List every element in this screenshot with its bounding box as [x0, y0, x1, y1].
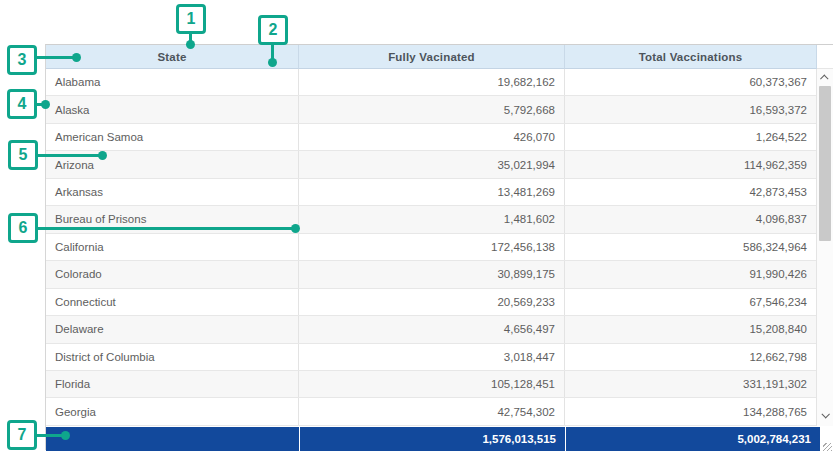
fully-vaccinated-cell: 4,656,497: [299, 316, 565, 342]
total-vaccinations-cell: 60,373,367: [565, 69, 817, 95]
table-row[interactable]: Arizona 35,021,994 114,962,359: [46, 151, 817, 178]
total-vaccinations-cell: 134,288,765: [565, 398, 817, 424]
callout-4-marker: 4: [7, 89, 37, 119]
state-cell: Florida: [46, 371, 299, 397]
fully-vaccinated-cell: 42,754,302: [299, 398, 565, 424]
table-header-row: State Fully Vacinated Total Vaccinations: [46, 45, 833, 69]
column-header-total-vaccinations[interactable]: Total Vaccinations: [565, 45, 817, 69]
column-header-state[interactable]: State: [46, 45, 299, 69]
total-vaccinations-cell: 91,990,426: [565, 261, 817, 287]
table-row[interactable]: Georgia 42,754,302 134,288,765: [46, 398, 817, 425]
state-cell: American Samoa: [46, 124, 299, 150]
callout-5-marker: 5: [8, 140, 38, 170]
state-cell: Arkansas: [46, 179, 299, 205]
total-vaccinations-cell: 4,096,837: [565, 206, 817, 232]
total-vaccinations-cell: 586,324,964: [565, 234, 817, 260]
callout-2-dot: [268, 58, 277, 67]
table-row[interactable]: Florida 105,128,451 331,191,302: [46, 371, 817, 398]
table-row[interactable]: Alabama 19,682,162 60,373,367: [46, 69, 817, 96]
state-cell: District of Columbia: [46, 344, 299, 370]
callout-1-marker: 1: [176, 4, 206, 34]
callout-3-connector: [35, 56, 75, 59]
table-row[interactable]: Arkansas 13,481,269 42,873,453: [46, 179, 817, 206]
total-vaccinations-cell: 12,662,798: [565, 344, 817, 370]
callout-6-marker: 6: [8, 213, 38, 243]
total-vaccinations-cell: 15,208,840: [565, 316, 817, 342]
callout-5-dot: [98, 151, 107, 160]
callout-6-label: 6: [19, 219, 28, 237]
total-vaccinations-cell: 1,264,522: [565, 124, 817, 150]
scroll-down-button[interactable]: [817, 408, 833, 422]
state-cell: Delaware: [46, 316, 299, 342]
totals-total-vaccinations-cell: 5,002,784,231: [566, 427, 820, 451]
fully-vaccinated-cell: 30,899,175: [299, 261, 565, 287]
callout-3-marker: 3: [7, 45, 37, 75]
table-row[interactable]: District of Columbia 3,018,447 12,662,79…: [46, 344, 817, 371]
table-row[interactable]: American Samoa 426,070 1,264,522: [46, 124, 817, 151]
fully-vaccinated-cell: 426,070: [299, 124, 565, 150]
fully-vaccinated-cell: 5,792,668: [299, 96, 565, 122]
state-cell: Alabama: [46, 69, 299, 95]
state-cell: Colorado: [46, 261, 299, 287]
total-vaccinations-cell: 114,962,359: [565, 151, 817, 177]
callout-4-dot: [41, 100, 50, 109]
fully-vaccinated-cell: 20,569,233: [299, 289, 565, 315]
callout-3-label: 3: [18, 51, 27, 69]
column-header-fully-vaccinated[interactable]: Fully Vacinated: [299, 45, 565, 69]
chevron-down-icon: [821, 410, 829, 418]
state-cell: Georgia: [46, 398, 299, 424]
callout-6-dot: [291, 224, 300, 233]
totals-state-cell: [46, 427, 299, 451]
total-vaccinations-cell: 67,546,234: [565, 289, 817, 315]
total-vaccinations-cell: 331,191,302: [565, 371, 817, 397]
scrollbar-thumb[interactable]: [819, 86, 831, 241]
fully-vaccinated-cell: 35,021,994: [299, 151, 565, 177]
callout-3-dot: [72, 53, 81, 62]
callout-6-connector: [36, 227, 293, 230]
total-vaccinations-cell: 16,593,372: [565, 96, 817, 122]
resize-grip-icon[interactable]: [823, 443, 832, 451]
totals-row: 1,576,013,515 5,002,784,231: [46, 426, 819, 451]
callout-4-label: 4: [18, 95, 27, 113]
vertical-scrollbar[interactable]: [816, 69, 833, 426]
callout-2-label: 2: [269, 21, 278, 39]
attribute-table: State Fully Vacinated Total Vaccinations…: [45, 44, 833, 450]
table-row[interactable]: Colorado 30,899,175 91,990,426: [46, 261, 817, 288]
fully-vaccinated-cell: 3,018,447: [299, 344, 565, 370]
fully-vaccinated-cell: 172,456,138: [299, 234, 565, 260]
callout-1-dot: [186, 40, 195, 49]
state-cell: California: [46, 234, 299, 260]
fully-vaccinated-cell: 13,481,269: [299, 179, 565, 205]
table-body: Alabama 19,682,162 60,373,367 Alaska 5,7…: [46, 69, 817, 426]
table-row[interactable]: Delaware 4,656,497 15,208,840: [46, 316, 817, 343]
state-cell: Alaska: [46, 96, 299, 122]
fully-vaccinated-cell: 19,682,162: [299, 69, 565, 95]
callout-2-marker: 2: [258, 15, 288, 45]
callout-7-connector: [35, 434, 64, 437]
callout-5-connector: [36, 154, 101, 157]
fully-vaccinated-cell: 1,481,602: [299, 206, 565, 232]
callout-7-marker: 7: [7, 420, 37, 450]
table-row[interactable]: California 172,456,138 586,324,964: [46, 234, 817, 261]
callout-7-label: 7: [18, 426, 27, 444]
attribute-table-page: State Fully Vacinated Total Vaccinations…: [0, 0, 833, 453]
table-row[interactable]: Connecticut 20,569,233 67,546,234: [46, 289, 817, 316]
callout-1-label: 1: [187, 10, 196, 28]
chevron-up-icon: [820, 74, 828, 82]
fully-vaccinated-cell: 105,128,451: [299, 371, 565, 397]
totals-fully-vaccinated-cell: 1,576,013,515: [300, 427, 565, 451]
scroll-up-button[interactable]: [817, 71, 833, 85]
callout-5-label: 5: [19, 146, 28, 164]
state-cell: Connecticut: [46, 289, 299, 315]
total-vaccinations-cell: 42,873,453: [565, 179, 817, 205]
callout-7-dot: [61, 431, 70, 440]
header-scrollbar-spacer: [817, 45, 833, 69]
table-row[interactable]: Alaska 5,792,668 16,593,372: [46, 96, 817, 123]
